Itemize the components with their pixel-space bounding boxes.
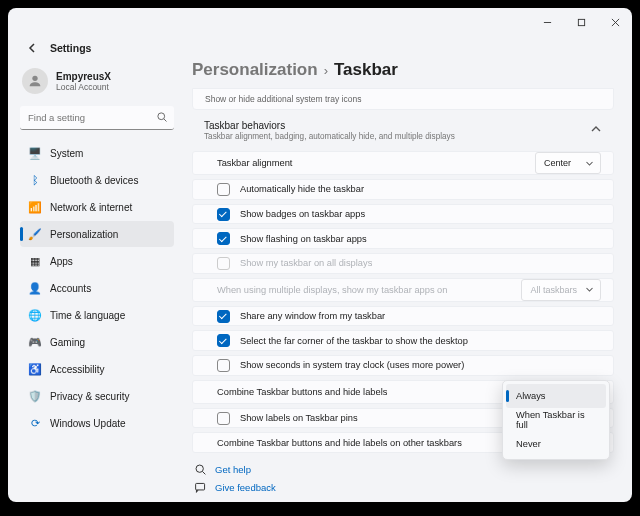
chevron-down-icon: [585, 285, 594, 294]
chevron-down-icon: [585, 159, 594, 168]
svg-line-8: [203, 472, 206, 475]
apps-icon: ▦: [28, 254, 42, 268]
help-icon: [194, 463, 207, 476]
seconds-checkbox[interactable]: [217, 359, 230, 372]
link-label: Get help: [215, 464, 251, 475]
sidebar-item-time[interactable]: 🌐Time & language: [20, 302, 174, 328]
dropdown-option-whenfull[interactable]: When Taskbar is full: [506, 408, 606, 432]
row-label: When using multiple displays, show my ta…: [217, 285, 447, 295]
search-input[interactable]: [20, 106, 174, 130]
alignment-combo[interactable]: Center: [535, 152, 601, 174]
multidisplay-checkbox: [217, 257, 230, 270]
multidisplay-where-combo: All taskbars: [521, 279, 601, 301]
row-label: Combine Taskbar buttons and hide labels: [217, 387, 387, 397]
behaviors-title: Taskbar behaviors: [204, 120, 455, 131]
svg-point-4: [32, 76, 37, 81]
svg-rect-9: [196, 483, 205, 490]
privacy-icon: 🛡️: [28, 389, 42, 403]
nav-label: Privacy & security: [50, 391, 129, 402]
update-icon: ⟳: [28, 416, 42, 430]
maximize-button[interactable]: [564, 10, 598, 34]
row-label: Show badges on taskbar apps: [240, 209, 365, 219]
account-block[interactable]: EmpyreusX Local Account: [20, 66, 174, 96]
svg-point-7: [196, 465, 203, 472]
farcorner-row: Select the far corner of the taskbar to …: [192, 330, 614, 351]
chevron-up-icon: [590, 123, 602, 135]
svg-line-6: [164, 119, 167, 122]
sidebar-item-bluetooth[interactable]: ᛒBluetooth & devices: [20, 167, 174, 193]
gaming-icon: 🎮: [28, 335, 42, 349]
sidebar-item-update[interactable]: ⟳Windows Update: [20, 410, 174, 436]
sidebar-item-privacy[interactable]: 🛡️Privacy & security: [20, 383, 174, 409]
dropdown-option-always[interactable]: Always: [506, 384, 606, 408]
account-name: EmpyreusX: [56, 71, 111, 82]
sidebar-item-accessibility[interactable]: ♿Accessibility: [20, 356, 174, 382]
taskbar-behaviors-expander[interactable]: Taskbar behaviors Taskbar alignment, bad…: [192, 112, 614, 147]
link-label: Give feedback: [215, 482, 276, 493]
app-title: Settings: [50, 42, 91, 54]
multidisplay-row: Show my taskbar on all displays: [192, 253, 614, 274]
row-label: Select the far corner of the taskbar to …: [240, 336, 468, 346]
header-row: Settings: [8, 36, 632, 60]
flashing-row: Show flashing on taskbar apps: [192, 228, 614, 249]
account-type: Local Account: [56, 82, 111, 92]
row-label: Share any window from my taskbar: [240, 311, 385, 321]
row-label: Show labels on Taskbar pins: [240, 413, 358, 423]
sidebar-item-personalization[interactable]: 🖌️Personalization: [20, 221, 174, 247]
back-button[interactable]: [22, 37, 44, 59]
avatar-icon: [22, 68, 48, 94]
settings-window: Settings EmpyreusX Local Account 🖥️Syste…: [8, 8, 632, 502]
nav: 🖥️System ᛒBluetooth & devices 📶Network &…: [20, 140, 174, 436]
nav-label: Accessibility: [50, 364, 104, 375]
breadcrumb-parent[interactable]: Personalization: [192, 60, 318, 80]
nav-label: Network & internet: [50, 202, 132, 213]
nav-label: System: [50, 148, 83, 159]
time-icon: 🌐: [28, 308, 42, 322]
nav-label: Time & language: [50, 310, 125, 321]
network-icon: 📶: [28, 200, 42, 214]
row-label: Combine Taskbar buttons and hide labels …: [217, 438, 462, 448]
tray-icons-row[interactable]: Show or hide additional system tray icon…: [192, 88, 614, 110]
nav-label: Windows Update: [50, 418, 126, 429]
sidebar-item-system[interactable]: 🖥️System: [20, 140, 174, 166]
minimize-button[interactable]: [530, 10, 564, 34]
sidebar-item-accounts[interactable]: 👤Accounts: [20, 275, 174, 301]
seconds-row: Show seconds in system tray clock (uses …: [192, 355, 614, 376]
nav-label: Bluetooth & devices: [50, 175, 138, 186]
accessibility-icon: ♿: [28, 362, 42, 376]
search-icon: [156, 111, 168, 123]
svg-point-5: [158, 113, 165, 120]
sidebar-item-gaming[interactable]: 🎮Gaming: [20, 329, 174, 355]
behaviors-subtitle: Taskbar alignment, badging, automaticall…: [204, 132, 455, 141]
row-label: Show flashing on taskbar apps: [240, 234, 367, 244]
flashing-checkbox[interactable]: [217, 232, 230, 245]
breadcrumb: Personalization › Taskbar: [192, 60, 614, 80]
nav-label: Gaming: [50, 337, 85, 348]
badges-checkbox[interactable]: [217, 208, 230, 221]
share-row: Share any window from my taskbar: [192, 306, 614, 327]
taskbar-alignment-row: Taskbar alignment Center: [192, 151, 614, 175]
autohide-checkbox[interactable]: [217, 183, 230, 196]
chevron-right-icon: ›: [324, 63, 328, 78]
get-help-link[interactable]: Get help: [194, 463, 614, 476]
accounts-icon: 👤: [28, 281, 42, 295]
bluetooth-icon: ᛒ: [28, 173, 42, 187]
svg-rect-1: [578, 19, 584, 25]
close-button[interactable]: [598, 10, 632, 34]
farcorner-checkbox[interactable]: [217, 334, 230, 347]
give-feedback-link[interactable]: Give feedback: [194, 481, 614, 494]
personalization-icon: 🖌️: [28, 227, 42, 241]
row-label: Show my taskbar on all displays: [240, 258, 372, 268]
feedback-icon: [194, 481, 207, 494]
combine-other-dropdown[interactable]: Always When Taskbar is full Never: [502, 380, 610, 460]
autohide-row: Automatically hide the taskbar: [192, 179, 614, 200]
nav-label: Personalization: [50, 229, 118, 240]
multidisplay-where-row: When using multiple displays, show my ta…: [192, 278, 614, 302]
share-checkbox[interactable]: [217, 310, 230, 323]
dropdown-option-never[interactable]: Never: [506, 432, 606, 456]
sidebar-item-network[interactable]: 📶Network & internet: [20, 194, 174, 220]
sidebar-item-apps[interactable]: ▦Apps: [20, 248, 174, 274]
footer-links: Get help Give feedback: [192, 463, 614, 494]
pinlabels-checkbox[interactable]: [217, 412, 230, 425]
search-box[interactable]: [20, 106, 174, 130]
